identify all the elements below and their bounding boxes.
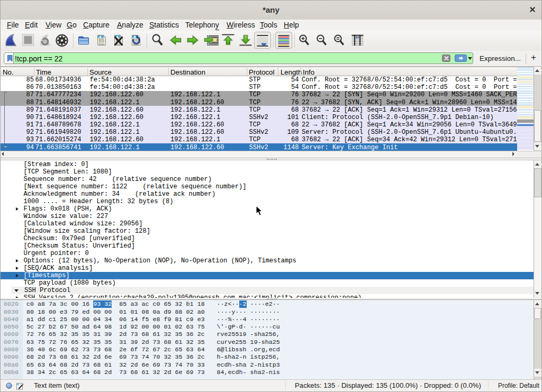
svg-text:0111: 0111 [98, 43, 104, 45]
